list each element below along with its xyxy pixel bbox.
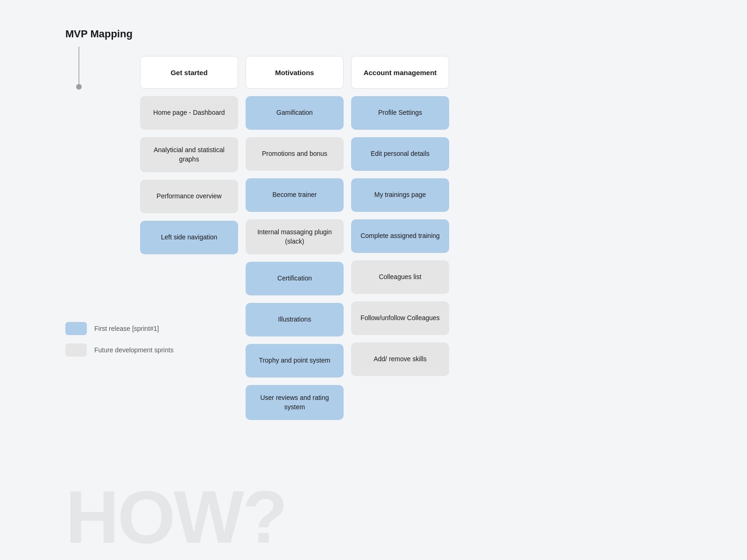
col-account-management: Profile Settings Edit personal details M… [351,96,449,376]
card-gamification[interactable]: Gamification [246,96,344,130]
col-get-started: Home page - Dashboard Analyticial and st… [140,96,238,254]
card-illustrations[interactable]: Illustrations [246,303,344,336]
col-header-account-management: Account management [351,56,449,89]
card-edit-personal-details[interactable]: Edit personal details [351,137,449,171]
col-header-get-started: Get started [140,56,238,89]
card-internal-messaging[interactable]: Internal massaging plugin (slack) [246,219,344,254]
timeline [76,47,82,90]
card-promotions-bonus[interactable]: Promotions and bonus [246,137,344,171]
columns-header: Get started Motivations Account manageme… [140,56,458,89]
page-title: MVP Mapping [65,28,133,40]
card-performance-overview[interactable]: Performance overview [140,180,238,213]
card-user-reviews-rating[interactable]: User reviews and rating system [246,385,344,420]
card-add-remove-skills[interactable]: Add/ remove skills [351,343,449,376]
legend-label-first-release: First release [sprint#1] [94,325,159,332]
main-content: Get started Motivations Account manageme… [140,56,458,420]
rows-grid: Home page - Dashboard Analyticial and st… [140,96,458,420]
card-colleagues-list[interactable]: Colleagues list [351,260,449,294]
legend-box-gray [65,343,87,357]
card-trophy-point-system[interactable]: Trophy and point system [246,344,344,378]
card-my-trainings-page[interactable]: My trainings page [351,178,449,212]
card-complete-assigned-training[interactable]: Complete assigned training [351,219,449,253]
bg-text: HOW? [65,474,286,560]
legend-label-future-dev: Future development sprints [94,346,174,354]
legend-box-blue [65,322,87,335]
timeline-line [78,47,79,84]
legend: First release [sprint#1] Future developm… [65,322,174,357]
card-profile-settings[interactable]: Profile Settings [351,96,449,130]
legend-item-first-release: First release [sprint#1] [65,322,174,335]
card-certification[interactable]: Certification [246,262,344,295]
card-home-dashboard[interactable]: Home page - Dashboard [140,96,238,130]
legend-item-future-dev: Future development sprints [65,343,174,357]
col-header-motivations: Motivations [246,56,344,89]
col-motivations: Gamification Promotions and bonus Become… [246,96,344,420]
card-become-trainer[interactable]: Become trainer [246,178,344,212]
card-analytical-graphs[interactable]: Analyticial and statistical graphs [140,137,238,172]
card-left-side-navigation[interactable]: Left side navigation [140,221,238,254]
timeline-dot [76,84,82,90]
card-follow-unfollow[interactable]: Follow/unfollow Colleagues [351,301,449,335]
